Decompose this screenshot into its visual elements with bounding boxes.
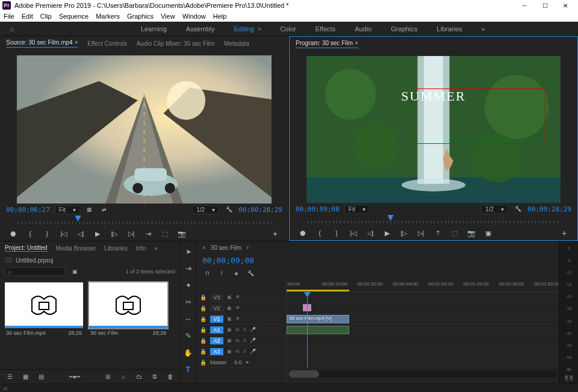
add-button-icon[interactable]: + [270,229,280,238]
go-in-icon[interactable]: |◁ [59,229,69,238]
program-fit-dropdown[interactable]: Fit▾ [344,205,370,214]
source-ruler[interactable] [0,216,288,226]
status-link-icon[interactable]: ⌀ [4,385,7,391]
menu-markers[interactable]: Markers [96,13,120,20]
menu-edit[interactable]: Edit [22,13,33,20]
insert-icon[interactable]: ⇥ [143,229,153,238]
step-back-icon[interactable]: ◁| [76,229,85,238]
source-tc-left[interactable]: 00;00;06;27 [6,206,50,214]
p-mark-in-icon[interactable]: { [315,229,325,237]
auto-seq-icon[interactable]: ⊞ [103,373,113,381]
freeform-icon[interactable]: ▤ [36,373,46,381]
info-tab[interactable]: Info [136,245,146,252]
step-fwd-icon[interactable]: |▷ [110,229,119,238]
minimize-button[interactable]: ─ [514,0,535,11]
track-select-tool[interactable]: ⇥ [183,263,194,274]
source-swap-icon[interactable]: ⇄ [99,205,109,214]
workspace-effects[interactable]: Effects [315,25,335,33]
workspace-assembly[interactable]: Assembly [186,25,215,33]
p-play-icon[interactable]: ▶ [382,229,392,237]
new-item-icon[interactable]: 🗎 [150,373,160,381]
program-tab[interactable]: Program: 30 sec Film ≡ [296,40,358,48]
effect-controls-tab[interactable]: Effect Controls [87,40,126,47]
track-v2[interactable]: 🔒V2▣👁 [196,303,286,314]
icon-view-icon[interactable]: ▦ [20,373,30,381]
p-add-button-icon[interactable]: + [559,229,569,237]
mark-out-icon[interactable]: } [42,229,52,238]
hand-tool[interactable]: ✋ [183,347,194,358]
menu-view[interactable]: View [161,13,175,20]
source-grid-icon[interactable]: ▦ [85,205,95,214]
close-button[interactable]: ✕ [555,0,576,11]
track-a2[interactable]: 🔒A2▣MS🎤 [196,335,286,346]
list-view-icon[interactable]: ☰ [5,373,14,381]
source-fit-dropdown[interactable]: Fit▾ [55,205,80,214]
source-tc-right[interactable]: 00;00;28;29 [238,206,282,214]
p-go-in-icon[interactable]: |◁ [349,229,358,237]
audio-mixer-tab[interactable]: Audio Clip Mixer: 30 sec Film [137,40,214,47]
home-icon[interactable]: ⌂ [6,24,18,34]
filter-icon[interactable]: ▣ [70,267,79,276]
menu-help[interactable]: Help [213,13,227,20]
menu-clip[interactable]: Clip [40,13,52,20]
workspace-editing[interactable]: Editing≡ [234,25,261,33]
find-icon[interactable]: ⌕ [119,373,128,381]
source-viewer[interactable] [17,55,272,204]
p-export-frame-icon[interactable]: 📷 [467,229,476,237]
workspace-graphics[interactable]: Graphics [391,25,417,33]
project-item[interactable]: 30 sec Film28;29 [89,282,167,338]
p-step-back-icon[interactable]: ◁| [365,229,375,237]
snap-icon[interactable]: ⊓ [202,269,212,278]
trash-icon[interactable]: 🗑 [166,373,175,381]
seq-close-icon[interactable]: × [202,244,206,251]
source-tab[interactable]: Source: 30 sec Film.mp4 ≡ [6,39,78,48]
program-wrench-icon[interactable]: 🔧 [513,205,523,213]
project-more-tab[interactable]: » [154,245,158,252]
new-bin-icon[interactable]: 🗀 [134,373,144,381]
menu-file[interactable]: File [4,13,14,20]
p-extract-icon[interactable]: ⬚ [450,229,459,237]
track-v3[interactable]: 🔒V3▣👁 [196,292,286,303]
selection-tool[interactable]: ➤ [183,246,194,257]
program-tc-right[interactable]: 00;00;28;29 [527,205,571,213]
timeline-scrollbar[interactable] [289,370,556,378]
timeline-ruler[interactable]: ;00;00 00;00;16;00 00;00;32;00 00;00;48;… [287,280,559,292]
source-wrench-icon[interactable]: 🔧 [224,205,234,214]
track-v1[interactable]: 🔒V1▣👁 [196,314,286,325]
project-search-input[interactable] [5,267,65,276]
workspace-color[interactable]: Color [280,25,296,33]
p-marker-icon[interactable]: ⬣ [298,229,308,237]
ripple-tool[interactable]: ✦ [183,280,194,291]
timeline-tc[interactable]: 00;00;09;08 [202,256,254,265]
workspace-more[interactable]: » [482,25,485,33]
program-viewer[interactable]: SUMMER [306,56,561,203]
source-zoom-dropdown[interactable]: 1/2▾ [192,205,219,214]
workspace-libraries[interactable]: Libraries [437,25,462,33]
track-a1[interactable]: 🔒A1▣MS🎤 [196,325,286,335]
menu-window[interactable]: Window [182,13,206,20]
program-selection-box[interactable] [413,89,545,145]
settings-icon[interactable]: 🔧 [246,269,255,278]
workspace-audio[interactable]: Audio [355,25,371,33]
libraries-tab[interactable]: Libraries [104,245,127,252]
link-icon[interactable]: ⌇ [217,269,226,278]
solo-right[interactable]: S [570,375,573,381]
p-lift-icon[interactable]: ⇡ [433,229,443,237]
razor-tool[interactable]: ✂ [183,297,194,308]
program-zoom-dropdown[interactable]: 1/2▾ [481,205,508,214]
slip-tool[interactable]: ↔ [183,314,194,325]
track-a3[interactable]: 🔒A3▣MS🎤 [196,346,286,357]
program-ruler[interactable] [290,215,577,226]
overwrite-icon[interactable]: ⬚ [160,229,170,238]
p-compare-icon[interactable]: ▣ [483,229,493,237]
go-out-icon[interactable]: ▷| [126,229,136,238]
maximize-button[interactable]: ☐ [535,0,555,11]
audio-clip[interactable] [287,326,349,334]
program-tc-left[interactable]: 00;00;09;08 [296,205,340,213]
track-master[interactable]: 🔒Master0.0► [196,357,286,368]
pen-tool[interactable]: ✎ [183,331,194,341]
playhead[interactable] [307,292,308,368]
menu-graphics[interactable]: Graphics [127,13,154,20]
p-go-out-icon[interactable]: ▷| [416,229,426,237]
workspace-learning[interactable]: Learning [141,25,167,33]
